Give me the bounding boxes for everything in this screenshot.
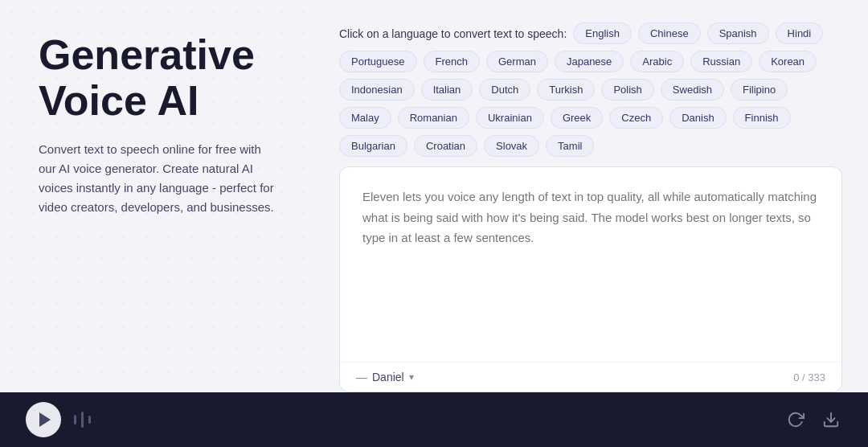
language-tag-italian[interactable]: Italian: [421, 79, 473, 100]
language-tag-tamil[interactable]: Tamil: [546, 135, 594, 157]
voice-selector[interactable]: — Daniel ▾: [356, 371, 414, 383]
language-tag-indonesian[interactable]: Indonesian: [339, 79, 415, 100]
language-tag-slovak[interactable]: Slovak: [484, 135, 539, 157]
waveform-bar: [81, 412, 84, 428]
play-button[interactable]: [26, 402, 61, 437]
language-header: Click on a language to convert text to s…: [339, 23, 842, 157]
waveform-bar: [74, 415, 76, 424]
language-tag-greek[interactable]: Greek: [551, 107, 603, 129]
language-tag-croatian[interactable]: Croatian: [414, 135, 477, 157]
progress-area: [74, 412, 772, 428]
chevron-down-icon: ▾: [409, 371, 414, 383]
language-tag-english[interactable]: English: [573, 23, 632, 44]
right-panel: Click on a language to convert text to s…: [313, 0, 868, 392]
language-tag-finnish[interactable]: Finnish: [733, 107, 791, 129]
language-tag-bulgarian[interactable]: Bulgarian: [339, 135, 407, 157]
language-tag-dutch[interactable]: Dutch: [479, 79, 530, 100]
language-tag-czech[interactable]: Czech: [609, 107, 663, 129]
text-input[interactable]: [340, 167, 841, 362]
text-input-container: — Daniel ▾ 0 / 333: [339, 166, 842, 392]
language-tag-chinese[interactable]: Chinese: [638, 23, 701, 44]
language-tag-danish[interactable]: Danish: [669, 107, 726, 129]
language-tag-filipino[interactable]: Filipino: [731, 79, 788, 100]
language-tag-polish[interactable]: Polish: [601, 79, 653, 100]
voice-name: Daniel: [372, 371, 404, 383]
text-area-footer: — Daniel ▾ 0 / 333: [340, 362, 841, 392]
playback-bar: [0, 392, 868, 447]
refresh-icon[interactable]: [784, 408, 807, 431]
char-count: 0 / 333: [793, 371, 825, 383]
language-tag-romanian[interactable]: Romanian: [398, 107, 469, 129]
language-tag-ukrainian[interactable]: Ukrainian: [476, 107, 544, 129]
language-tag-hindi[interactable]: Hindi: [776, 23, 824, 44]
app-description: Convert text to speech online for free w…: [39, 140, 281, 217]
app-title: Generative Voice AI: [39, 32, 281, 124]
language-tag-french[interactable]: French: [424, 51, 480, 72]
language-tag-korean[interactable]: Korean: [759, 51, 817, 72]
language-tag-turkish[interactable]: Turkish: [537, 79, 595, 100]
language-tag-russian[interactable]: Russian: [690, 51, 752, 72]
waveform-bar: [88, 416, 91, 424]
language-tag-japanese[interactable]: Japanese: [555, 51, 624, 72]
language-prompt: Click on a language to convert text to s…: [339, 27, 567, 40]
language-tag-swedish[interactable]: Swedish: [661, 79, 724, 100]
download-icon[interactable]: [820, 408, 842, 431]
language-tag-portuguese[interactable]: Portuguese: [339, 51, 417, 72]
language-tag-malay[interactable]: Malay: [339, 107, 391, 129]
left-panel: Generative Voice AI Convert text to spee…: [0, 0, 313, 392]
language-tag-spanish[interactable]: Spanish: [707, 23, 769, 44]
language-tag-german[interactable]: German: [486, 51, 548, 72]
voice-dash: —: [356, 371, 367, 383]
playback-icons: [784, 408, 842, 431]
play-icon: [39, 412, 51, 427]
language-tag-arabic[interactable]: Arabic: [630, 51, 684, 72]
